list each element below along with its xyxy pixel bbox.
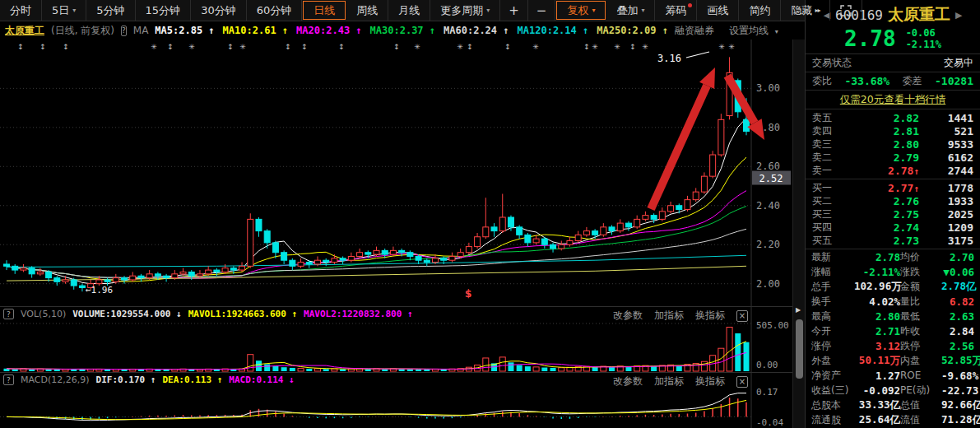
svg-text:✳: ✳ <box>188 43 195 51</box>
stat-value: 2.78 <box>854 251 900 263</box>
switch-indicator-button[interactable]: 换指标 <box>695 309 725 323</box>
period-button-item[interactable]: 60分钟 <box>247 0 303 21</box>
stat-label: 总值 <box>900 398 941 412</box>
stat-label: PE(动) <box>900 384 941 398</box>
ask-row[interactable]: 卖五2.821441 <box>806 111 980 124</box>
bid-label: 买一 <box>812 181 845 195</box>
stat-label: 流通股 <box>811 413 854 427</box>
ma-settings-link[interactable]: 设置均线 ▾ <box>729 24 778 38</box>
draw-line-button[interactable]: 画线 <box>697 0 739 21</box>
period-button-item[interactable]: 分时 <box>0 0 42 21</box>
close-icon[interactable]: × <box>736 310 748 322</box>
double-arrow-icon: ▸▸ <box>815 7 820 14</box>
price-chart-pane[interactable]: 3.002.802.602.402.202.00↕↕↕✳↕✳↕✳↕↕↕↕✳✳↕↕… <box>0 40 792 306</box>
ask-label: 卖五 <box>812 111 845 125</box>
chevron-down-icon: ▾ <box>641 7 644 14</box>
stat-value: 6.82 <box>941 295 974 308</box>
stat-value: 2.71 <box>854 325 900 337</box>
stat-value: 2.78亿 <box>941 280 977 294</box>
bid-row[interactable]: 买一2.77↑1778 <box>806 181 980 194</box>
period-button-item[interactable]: 5日▾ <box>42 0 86 21</box>
stat-value: 2.84 <box>941 325 974 337</box>
ask-row[interactable]: 卖一2.78↑2744 <box>806 164 980 177</box>
bid-row[interactable]: 买五2.733175 <box>806 234 980 247</box>
ask-row[interactable]: 卖二2.796162 <box>806 151 980 164</box>
adjust-mode-button[interactable]: 复权▾ <box>556 1 606 20</box>
ask-row[interactable]: 卖四2.81521 <box>806 124 980 137</box>
switch-indicator-button[interactable]: 换指标 <box>695 374 725 388</box>
ma-value: MA120:2.14 ↑ <box>518 25 589 36</box>
period-button-item[interactable]: 15分钟 <box>136 0 192 21</box>
zoom-out-button[interactable]: − <box>528 0 556 21</box>
bid-levels: 买一2.77↑1778买二2.761933买三2.752025买四2.74120… <box>806 179 980 249</box>
bid-volume: 1209 <box>919 221 973 234</box>
overlay-button[interactable]: 叠加▾ <box>606 0 655 21</box>
period-button-item[interactable]: 月线 <box>388 0 430 21</box>
stat-value: 92.66亿 <box>941 398 980 412</box>
weibi-label: 委比 <box>812 74 832 88</box>
help-icon[interactable]: ? <box>3 309 14 319</box>
symbol-name-link[interactable]: 太原重工 <box>5 24 44 38</box>
hide-button[interactable]: 隐藏▸▸ <box>781 0 830 21</box>
period-button-item[interactable]: 30分钟 <box>191 0 247 21</box>
chart-header-links: 融资融券 设置均线 ▾ <box>675 24 778 38</box>
event-markers: ↕↕↕✳↕✳↕✳↕↕↕↕✳✳↕↕✳↕✳✳↕✳✳✳ <box>17 43 735 51</box>
stat-value: 1.27 <box>854 370 900 382</box>
change-params-button[interactable]: 改参数 <box>613 309 643 323</box>
change-percent: -2.11% <box>906 39 941 50</box>
volume-pane[interactable]: 505.000.00 ? VOL(5,10) VOLUME:1029554.00… <box>0 306 792 372</box>
next-stock-icon[interactable]: ▶ <box>955 10 962 21</box>
trade-status-value: 交易中 <box>944 56 973 70</box>
svg-text:↕: ↕ <box>338 43 345 51</box>
svg-text:↕: ↕ <box>17 43 24 51</box>
ask-volume: 6162 <box>919 151 973 164</box>
change-params-button[interactable]: 改参数 <box>613 374 643 388</box>
stat-value: -0.092 <box>854 384 900 397</box>
svg-text:2.52: 2.52 <box>759 173 783 184</box>
stat-row: 总手102.96万金额2.78亿 <box>806 280 980 295</box>
add-indicator-button[interactable]: 加指标 <box>654 309 684 323</box>
help-icon[interactable]: ? <box>3 374 14 385</box>
stat-row: 今开2.71昨收2.84 <box>806 324 980 339</box>
svg-text:↕: ↕ <box>583 43 590 51</box>
simple-mode-button[interactable]: 简约 <box>739 0 781 21</box>
stat-label: 外盘 <box>811 354 854 368</box>
bid-row[interactable]: 买三2.752025 <box>806 207 980 221</box>
period-button-item[interactable]: 日线 <box>303 1 346 20</box>
weibi-value: -33.68% <box>844 75 889 87</box>
bid-volume: 3175 <box>919 235 973 247</box>
ask-row[interactable]: 卖三2.809533 <box>806 137 980 151</box>
help-icon[interactable]: ? <box>121 26 127 36</box>
collapse-panel-icon[interactable]: ▶ <box>796 306 801 314</box>
scrollbar-thumb[interactable] <box>796 319 803 379</box>
ask-label: 卖一 <box>812 164 845 178</box>
stock-app-window: 分时5日▾5分钟15分钟30分钟60分钟日线周线月线更多周期▾ +−复权▾叠加▾… <box>0 0 980 428</box>
svg-text:2.20: 2.20 <box>756 239 780 250</box>
stat-row: 涨停3.12跌停2.56 <box>806 339 980 354</box>
candlestick-chart: 3.002.802.602.402.202.00↕↕↕✳↕✳↕✳↕↕↕↕✳✳↕↕… <box>0 40 792 306</box>
chips-button[interactable]: 筹码 <box>655 0 697 21</box>
macd-header: ? MACD(12,26,9) DIF:0.170 ↑ DEA:0.113 ↑ … <box>3 374 295 385</box>
period-button-item[interactable]: 周线 <box>346 0 388 21</box>
svg-text:✳: ✳ <box>414 43 420 51</box>
add-indicator-button[interactable]: 加指标 <box>654 374 684 388</box>
svg-text:✳: ✳ <box>532 43 539 51</box>
svg-text:-0.04: -0.04 <box>756 417 783 428</box>
ask-price: 2.78↑ <box>845 165 919 177</box>
chart-main-column: 分时5日▾5分钟15分钟30分钟60分钟日线周线月线更多周期▾ +−复权▾叠加▾… <box>0 0 805 428</box>
margin-trading-link[interactable]: 融资融券 <box>675 24 714 38</box>
bid-row[interactable]: 买四2.741209 <box>806 221 980 234</box>
period-button-item[interactable]: 更多周期▾ <box>430 0 500 21</box>
stat-label: 均价 <box>900 250 941 264</box>
level2-promo-link[interactable]: 仅需20元查看十档行情 <box>840 93 945 107</box>
zoom-in-button[interactable]: + <box>500 0 528 21</box>
close-icon[interactable]: × <box>736 376 748 388</box>
stat-label: 量比 <box>900 295 941 309</box>
ask-price: 2.81 <box>845 125 919 137</box>
period-button-item[interactable]: 5分钟 <box>86 0 135 21</box>
vertical-scrollbar[interactable]: ▶ <box>792 40 805 428</box>
fullscreen-button[interactable] <box>830 0 862 21</box>
bid-row[interactable]: 买二2.761933 <box>806 194 980 207</box>
macd-pane[interactable]: 0.17-0.04 ? MACD(12,26,9) DIF:0.170 ↑ DE… <box>0 372 792 428</box>
bid-price: 2.73 <box>845 235 919 247</box>
